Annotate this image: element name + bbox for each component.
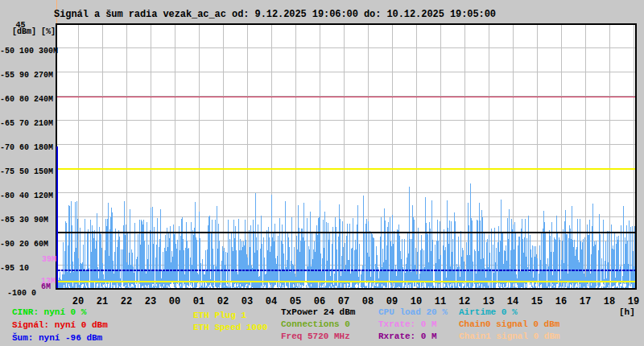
- svg-text:CPU load 20 %: CPU load 20 %: [378, 307, 448, 317]
- svg-text:Chain0 signal 0 dBm: Chain0 signal 0 dBm: [459, 319, 560, 329]
- svg-text:13: 13: [483, 296, 494, 307]
- svg-text:-100 0: -100 0: [7, 289, 36, 298]
- svg-text:39M: 39M: [42, 255, 56, 264]
- svg-text:Connections 0: Connections 0: [281, 319, 350, 329]
- svg-text:21: 21: [97, 296, 108, 307]
- svg-text:05: 05: [290, 296, 301, 307]
- svg-text:20: 20: [72, 296, 84, 307]
- svg-text:Freq 5720 MHz: Freq 5720 MHz: [281, 332, 350, 341]
- svg-text:-50 100 300M: -50 100 300M: [0, 47, 58, 56]
- svg-text:19: 19: [628, 296, 639, 307]
- svg-text:-55 90 270M: -55 90 270M: [0, 71, 53, 80]
- svg-text:-95 10: -95 10: [0, 264, 29, 273]
- svg-text:6M: 6M: [41, 282, 51, 291]
- svg-text:17: 17: [580, 296, 591, 307]
- svg-text:Chain1 signal 0 dBm: Chain1 signal 0 dBm: [459, 332, 560, 341]
- svg-text:Rxrate: 0 M: Rxrate: 0 M: [378, 332, 437, 341]
- svg-text:-80 40 120M: -80 40 120M: [0, 192, 53, 200]
- svg-text:Txrate: 0 M: Txrate: 0 M: [378, 319, 437, 329]
- svg-text:02: 02: [217, 296, 229, 307]
- svg-text:12: 12: [459, 296, 470, 307]
- svg-text:ETH Plug 1: ETH Plug 1: [193, 311, 246, 320]
- svg-text:-65 70 210M: -65 70 210M: [0, 119, 53, 128]
- svg-text:10: 10: [411, 296, 422, 307]
- svg-text:09: 09: [386, 296, 398, 307]
- svg-text:[dBm]: [dBm]: [12, 27, 36, 36]
- svg-text:08: 08: [362, 296, 374, 307]
- svg-text:CINR: nyní 0 %: CINR: nyní 0 %: [12, 307, 87, 317]
- svg-text:14: 14: [507, 296, 518, 307]
- svg-text:00: 00: [169, 296, 180, 307]
- svg-text:ETH Speed 1000: ETH Speed 1000: [193, 323, 267, 332]
- svg-text:-85 30 90M: -85 30 90M: [0, 216, 48, 224]
- svg-text:-75 50 150M: -75 50 150M: [0, 167, 53, 176]
- svg-text:[%]: [%]: [41, 27, 56, 36]
- svg-text:18: 18: [604, 296, 615, 307]
- svg-text:23: 23: [145, 296, 156, 307]
- svg-text:07: 07: [338, 296, 349, 307]
- svg-text:01: 01: [193, 296, 204, 307]
- svg-text:15: 15: [531, 296, 543, 307]
- svg-text:Signál: nyní 0 dBm: Signál: nyní 0 dBm: [12, 320, 108, 330]
- svg-text:22: 22: [121, 296, 132, 307]
- svg-text:03: 03: [242, 296, 253, 307]
- svg-text:-60 80 240M: -60 80 240M: [0, 95, 53, 104]
- svg-text:[h]: [h]: [619, 307, 635, 317]
- svg-text:11: 11: [435, 296, 446, 307]
- svg-text:Airtime 0 %: Airtime 0 %: [459, 307, 518, 317]
- svg-text:04: 04: [266, 296, 277, 307]
- svg-text:Signál a šum radia vezak_ac_ac: Signál a šum radia vezak_ac_ac od: 9.12.…: [54, 9, 496, 20]
- svg-text:06: 06: [314, 296, 325, 307]
- svg-text:-70 60 180M: -70 60 180M: [0, 143, 53, 152]
- svg-text:Šum: nyní -96 dBm: Šum: nyní -96 dBm: [12, 332, 103, 343]
- svg-text:TxPower 24 dBm: TxPower 24 dBm: [281, 307, 356, 317]
- svg-text:16: 16: [555, 296, 567, 307]
- svg-text:-90 20 60M: -90 20 60M: [0, 240, 48, 249]
